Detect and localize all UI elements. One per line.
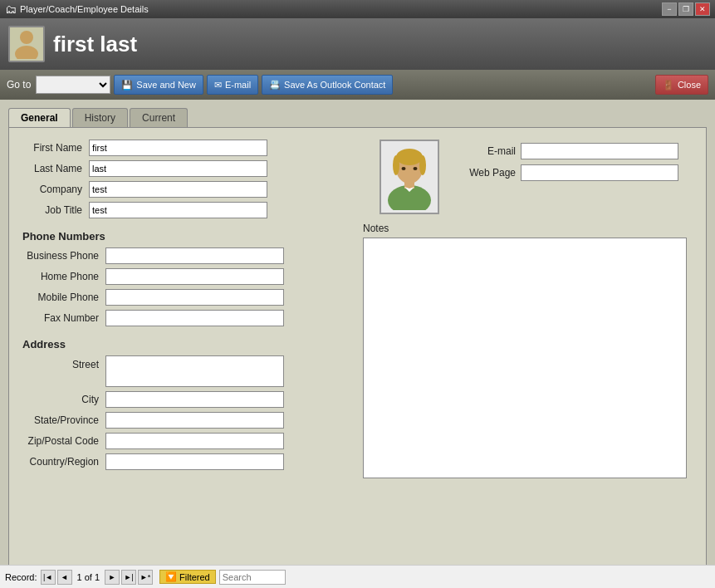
svg-point-1 xyxy=(15,46,38,59)
window-controls: − ❐ ✕ xyxy=(662,2,710,16)
mobile-phone-label: Mobile Phone xyxy=(22,292,105,303)
street-input[interactable] xyxy=(105,355,284,387)
next-record-button[interactable]: ► xyxy=(105,570,120,582)
svg-point-8 xyxy=(402,167,406,170)
email-label: E-mail xyxy=(225,80,251,90)
new-record-button[interactable]: ►* xyxy=(138,570,153,582)
notes-label: Notes xyxy=(363,223,693,234)
outlook-icon: 📇 xyxy=(269,80,281,91)
photo-box xyxy=(380,140,439,214)
status-bar: Record: |◄ ◄ 1 of 1 ► ►| ►* 🔽 Filtered xyxy=(0,565,715,581)
svg-point-0 xyxy=(20,31,33,44)
record-label: Record: xyxy=(5,572,37,582)
svg-point-6 xyxy=(393,155,399,175)
toolbar: Go to 💾 Save and New ✉ E-mail 📇 Save As … xyxy=(0,70,715,100)
city-label: City xyxy=(22,394,105,405)
header-bar: first last xyxy=(0,18,715,70)
header-name: first last xyxy=(53,32,137,57)
mobile-phone-row: Mobile Phone xyxy=(22,289,355,306)
close-icon: 🚪 xyxy=(663,80,674,91)
form-panel: First Name Last Name Company Job Title P… xyxy=(8,127,707,567)
tab-bar: General History Current xyxy=(8,108,707,127)
zip-label: Zip/Postal Code xyxy=(22,435,105,447)
notes-textarea[interactable] xyxy=(363,238,687,478)
first-name-input[interactable] xyxy=(89,140,267,156)
web-page-input[interactable] xyxy=(521,164,678,181)
right-column: E-mail Web Page Notes xyxy=(355,140,693,481)
close-window-button[interactable]: ✕ xyxy=(695,2,710,16)
close-label: Close xyxy=(678,80,701,90)
country-row: Country/Region xyxy=(22,453,355,470)
street-row: Street xyxy=(22,355,355,387)
title-text: Player/Coach/Employee Details xyxy=(20,4,149,14)
svg-point-9 xyxy=(414,167,418,170)
save-outlook-label: Save As Outlook Contact xyxy=(284,80,385,90)
record-nav: |◄ ◄ 1 of 1 ► ►| ►* xyxy=(41,570,154,582)
job-title-label: Job Title xyxy=(22,204,89,216)
filtered-label: Filtered xyxy=(179,572,210,582)
first-record-button[interactable]: |◄ xyxy=(41,570,56,582)
fax-number-row: Fax Number xyxy=(22,310,355,326)
email-label: E-mail xyxy=(463,145,521,157)
app-icon: 🗂 xyxy=(5,2,17,16)
svg-point-5 xyxy=(396,149,423,165)
restore-button[interactable]: ❐ xyxy=(678,2,693,16)
filtered-badge: 🔽 Filtered xyxy=(159,570,216,581)
save-new-label: Save and New xyxy=(136,80,196,90)
save-outlook-button[interactable]: 📇 Save As Outlook Contact xyxy=(262,75,393,95)
tab-general[interactable]: General xyxy=(8,108,71,127)
address-header: Address xyxy=(22,338,355,350)
zip-row: Zip/Postal Code xyxy=(22,433,355,449)
fax-number-input[interactable] xyxy=(105,310,284,326)
email-button[interactable]: ✉ E-mail xyxy=(207,75,258,95)
business-phone-label: Business Phone xyxy=(22,250,105,262)
home-phone-input[interactable] xyxy=(105,268,284,285)
state-label: State/Province xyxy=(22,414,105,426)
state-input[interactable] xyxy=(105,412,284,429)
company-input[interactable] xyxy=(89,181,267,198)
home-phone-row: Home Phone xyxy=(22,268,355,285)
zip-input[interactable] xyxy=(105,433,284,449)
fax-number-label: Fax Number xyxy=(22,312,105,324)
city-input[interactable] xyxy=(105,391,284,408)
job-title-input[interactable] xyxy=(89,202,267,218)
job-title-row: Job Title xyxy=(22,202,355,218)
country-input[interactable] xyxy=(105,453,284,470)
country-label: Country/Region xyxy=(22,456,105,468)
email-input[interactable] xyxy=(521,143,678,159)
goto-select[interactable] xyxy=(36,76,110,94)
last-name-input[interactable] xyxy=(89,160,267,177)
record-of: 1 of 1 xyxy=(77,572,100,582)
home-phone-label: Home Phone xyxy=(22,271,105,282)
last-name-label: Last Name xyxy=(22,163,89,174)
minimize-button[interactable]: − xyxy=(662,2,677,16)
avatar-image xyxy=(384,144,434,210)
notes-section: Notes xyxy=(363,223,693,481)
prev-record-button[interactable]: ◄ xyxy=(57,570,72,582)
state-row: State/Province xyxy=(22,412,355,429)
filter-icon: 🔽 xyxy=(165,571,177,581)
email-row: E-mail xyxy=(463,143,678,159)
business-phone-input[interactable] xyxy=(105,247,284,264)
street-label: Street xyxy=(22,355,105,370)
last-name-row: Last Name xyxy=(22,160,355,177)
mobile-phone-input[interactable] xyxy=(105,289,284,306)
left-column: First Name Last Name Company Job Title P… xyxy=(22,140,355,481)
company-label: Company xyxy=(22,184,89,195)
title-bar: 🗂 Player/Coach/Employee Details − ❐ ✕ xyxy=(0,0,715,18)
save-new-button[interactable]: 💾 Save and New xyxy=(114,75,203,95)
company-row: Company xyxy=(22,181,355,198)
tab-current[interactable]: Current xyxy=(130,108,188,127)
save-new-icon: 💾 xyxy=(121,80,133,91)
city-row: City xyxy=(22,391,355,408)
web-page-row: Web Page xyxy=(463,164,678,181)
close-button[interactable]: 🚪 Close xyxy=(655,75,708,95)
goto-label: Go to xyxy=(7,79,31,91)
first-name-row: First Name xyxy=(22,140,355,156)
email-icon: ✉ xyxy=(214,80,222,91)
search-input[interactable] xyxy=(219,570,286,582)
tab-history[interactable]: History xyxy=(72,108,128,127)
business-phone-row: Business Phone xyxy=(22,247,355,264)
last-record-button[interactable]: ►| xyxy=(121,570,136,582)
header-icon xyxy=(8,26,45,62)
